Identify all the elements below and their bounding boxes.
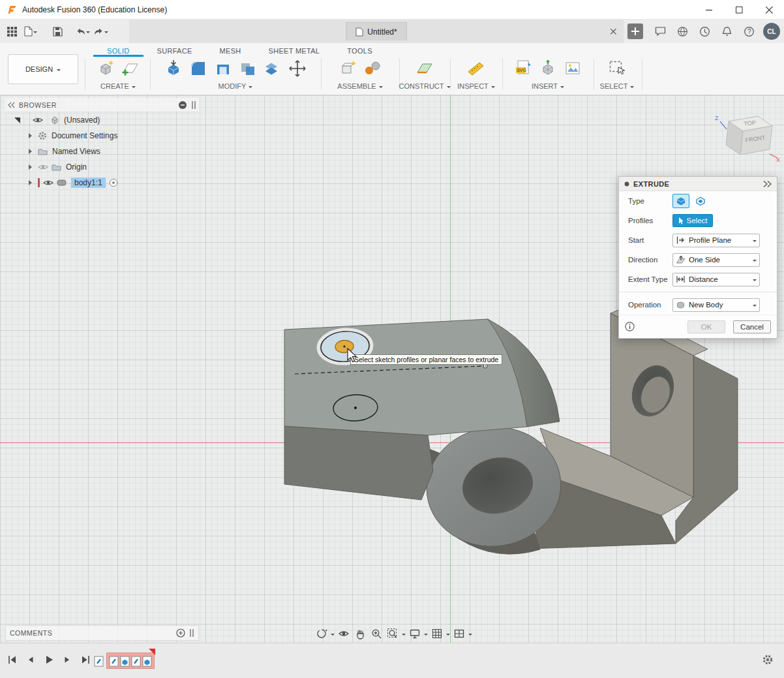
step-forward-button[interactable] xyxy=(60,653,74,667)
press-pull-icon[interactable] xyxy=(164,59,183,78)
comments-button[interactable] xyxy=(652,23,668,40)
direction-dropdown[interactable]: One Side xyxy=(672,253,760,267)
construct-plane-icon[interactable] xyxy=(415,59,434,78)
activate-component-radio-icon[interactable] xyxy=(109,178,118,187)
orbit-caret-icon[interactable] xyxy=(331,634,335,638)
data-panel-button[interactable] xyxy=(4,23,20,40)
canvas-image-icon[interactable] xyxy=(563,59,582,78)
select-tool-icon[interactable] xyxy=(607,59,627,78)
go-to-start-button[interactable] xyxy=(5,653,20,667)
grid-snap-button[interactable] xyxy=(430,626,444,641)
undo-button[interactable] xyxy=(74,23,90,40)
fillet-icon[interactable] xyxy=(188,59,208,78)
new-solid-icon[interactable] xyxy=(96,59,115,78)
look-at-button[interactable] xyxy=(337,626,351,641)
measure-icon[interactable] xyxy=(466,59,486,78)
visibility-eye-off-icon[interactable] xyxy=(38,163,48,171)
user-avatar[interactable]: CL xyxy=(763,23,780,40)
extent-dropdown[interactable]: Distance xyxy=(672,273,760,286)
new-component-icon[interactable] xyxy=(338,59,357,78)
browser-item-document-root[interactable]: (Unsaved) xyxy=(5,112,199,128)
browser-item-document-settings[interactable]: Document Settings xyxy=(5,128,199,144)
expand-dialog-icon[interactable] xyxy=(762,180,772,188)
viewports-button[interactable] xyxy=(452,626,466,641)
operation-dropdown[interactable]: New Body xyxy=(672,298,760,312)
offset-face-icon[interactable] xyxy=(263,59,282,78)
play-button[interactable] xyxy=(42,653,56,667)
construct-dropdown[interactable]: CONSTRUCT xyxy=(399,82,450,90)
visibility-eye-icon[interactable] xyxy=(43,179,53,187)
document-tab[interactable]: Untitled* xyxy=(346,22,406,40)
joint-icon[interactable] xyxy=(363,59,382,78)
collapse-panel-icon[interactable] xyxy=(8,102,16,108)
expand-caret-icon[interactable] xyxy=(29,149,35,154)
shell-icon[interactable] xyxy=(213,59,233,78)
display-settings-button[interactable] xyxy=(408,626,422,641)
insert-mesh-icon[interactable] xyxy=(538,59,558,78)
timeline-feature-extrude[interactable] xyxy=(119,654,130,668)
block-top-face[interactable] xyxy=(284,319,527,435)
inspect-dropdown[interactable]: INSPECT xyxy=(450,82,502,90)
add-comment-icon[interactable] xyxy=(176,628,185,638)
help-button[interactable]: ? xyxy=(741,23,757,40)
expand-caret-icon[interactable] xyxy=(29,180,35,185)
zoom-button[interactable] xyxy=(369,626,384,641)
display-settings-caret-icon[interactable] xyxy=(424,634,428,638)
start-dropdown[interactable]: Profile Plane xyxy=(672,234,760,247)
timeline-feature-sketch[interactable] xyxy=(93,654,104,668)
panel-grip-icon[interactable] xyxy=(191,100,196,110)
timeline-position-marker[interactable] xyxy=(149,649,155,655)
workspace-selector[interactable]: DESIGN xyxy=(8,54,78,84)
move-copy-icon[interactable] xyxy=(288,59,307,78)
timeline-settings-button[interactable] xyxy=(762,654,774,668)
history-button[interactable] xyxy=(697,23,712,40)
file-menu-button[interactable] xyxy=(22,23,38,40)
job-status-button[interactable] xyxy=(674,23,690,40)
collapse-tree-icon[interactable] xyxy=(178,100,187,110)
extrude-type-solid-button[interactable] xyxy=(672,194,689,208)
orbit-button[interactable] xyxy=(314,626,329,641)
close-button[interactable] xyxy=(754,0,784,20)
comments-panel[interactable]: COMMENTS xyxy=(5,625,199,641)
viewports-caret-icon[interactable] xyxy=(468,634,472,638)
fit-caret-icon[interactable] xyxy=(402,634,406,638)
browser-item-origin[interactable]: Origin xyxy=(5,159,199,175)
extrude-dialog-header[interactable]: EXTRUDE xyxy=(619,177,777,191)
browser-header[interactable]: BROWSER xyxy=(5,98,199,112)
redo-button[interactable] xyxy=(93,23,108,40)
timeline-feature-sketch[interactable] xyxy=(130,654,142,668)
expand-caret-icon[interactable] xyxy=(14,117,20,123)
extrude-type-thin-button[interactable] xyxy=(692,194,709,208)
cancel-button[interactable]: Cancel xyxy=(733,320,771,333)
block-front-face[interactable] xyxy=(284,426,433,500)
timeline-track[interactable] xyxy=(93,650,155,671)
close-tab-button[interactable] xyxy=(608,26,618,37)
viewcube[interactable]: Z X TOP FRONT xyxy=(712,110,784,167)
select-dropdown[interactable]: SELECT xyxy=(594,82,641,90)
timeline-feature-sketch[interactable] xyxy=(108,654,119,668)
combine-icon[interactable] xyxy=(238,59,258,78)
fit-button[interactable] xyxy=(385,626,400,641)
grid-snap-caret-icon[interactable] xyxy=(446,634,450,638)
go-to-end-button[interactable] xyxy=(78,653,93,667)
create-dropdown[interactable]: CREATE xyxy=(86,82,150,90)
panel-grip-icon[interactable] xyxy=(189,628,194,638)
assemble-dropdown[interactable]: ASSEMBLE xyxy=(321,82,399,90)
insert-dropdown[interactable]: INSERT xyxy=(502,82,594,90)
save-button[interactable] xyxy=(50,23,65,40)
timeline-feature-extrude[interactable] xyxy=(142,654,153,668)
profiles-select-button[interactable]: Select xyxy=(672,214,713,227)
new-document-button[interactable] xyxy=(627,23,643,39)
expand-caret-icon[interactable] xyxy=(29,164,35,170)
maximize-button[interactable] xyxy=(724,0,754,20)
notifications-button[interactable] xyxy=(719,23,734,40)
ok-button[interactable]: OK xyxy=(687,320,725,333)
pan-button[interactable] xyxy=(353,626,367,641)
insert-svg-icon[interactable]: SVG xyxy=(513,59,533,78)
info-icon[interactable] xyxy=(625,322,635,331)
create-sketch-icon[interactable] xyxy=(121,59,140,78)
expand-caret-icon[interactable] xyxy=(29,133,35,138)
browser-item-named-views[interactable]: Named Views xyxy=(5,144,199,159)
step-back-button[interactable] xyxy=(23,653,38,667)
minimize-button[interactable] xyxy=(694,0,724,20)
